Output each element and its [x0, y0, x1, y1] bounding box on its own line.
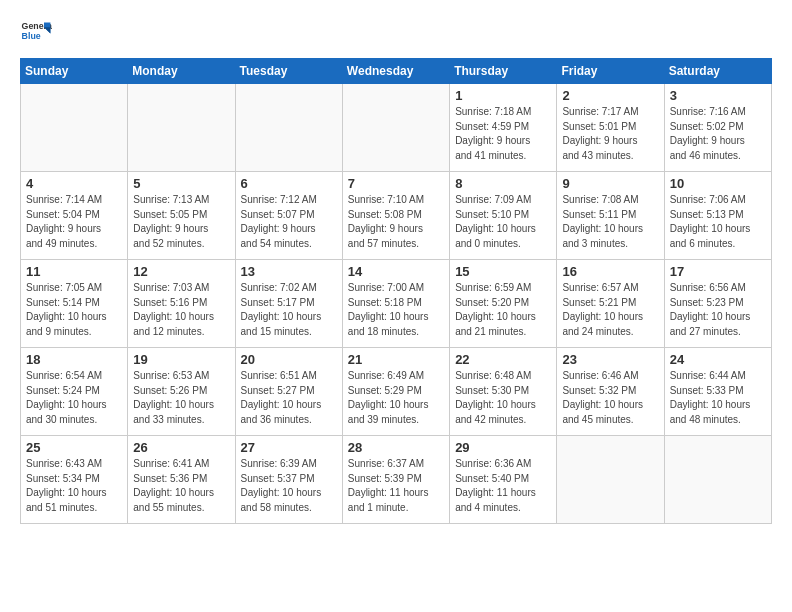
weekday-header-wednesday: Wednesday [342, 59, 449, 84]
day-number: 4 [26, 176, 122, 191]
day-info: Sunrise: 6:51 AM Sunset: 5:27 PM Dayligh… [241, 369, 337, 427]
calendar-cell: 13Sunrise: 7:02 AM Sunset: 5:17 PM Dayli… [235, 260, 342, 348]
day-number: 19 [133, 352, 229, 367]
day-number: 20 [241, 352, 337, 367]
weekday-header-tuesday: Tuesday [235, 59, 342, 84]
calendar-cell: 21Sunrise: 6:49 AM Sunset: 5:29 PM Dayli… [342, 348, 449, 436]
calendar-cell: 29Sunrise: 6:36 AM Sunset: 5:40 PM Dayli… [450, 436, 557, 524]
day-info: Sunrise: 6:48 AM Sunset: 5:30 PM Dayligh… [455, 369, 551, 427]
day-info: Sunrise: 6:54 AM Sunset: 5:24 PM Dayligh… [26, 369, 122, 427]
calendar-cell: 18Sunrise: 6:54 AM Sunset: 5:24 PM Dayli… [21, 348, 128, 436]
day-number: 10 [670, 176, 766, 191]
calendar-cell [128, 84, 235, 172]
calendar-cell [557, 436, 664, 524]
day-number: 2 [562, 88, 658, 103]
calendar-cell: 15Sunrise: 6:59 AM Sunset: 5:20 PM Dayli… [450, 260, 557, 348]
logo-icon: General Blue [20, 16, 52, 48]
calendar-cell: 27Sunrise: 6:39 AM Sunset: 5:37 PM Dayli… [235, 436, 342, 524]
day-info: Sunrise: 7:05 AM Sunset: 5:14 PM Dayligh… [26, 281, 122, 339]
day-info: Sunrise: 7:08 AM Sunset: 5:11 PM Dayligh… [562, 193, 658, 251]
svg-text:Blue: Blue [22, 31, 41, 41]
day-info: Sunrise: 7:10 AM Sunset: 5:08 PM Dayligh… [348, 193, 444, 251]
day-info: Sunrise: 6:36 AM Sunset: 5:40 PM Dayligh… [455, 457, 551, 515]
day-number: 25 [26, 440, 122, 455]
day-number: 21 [348, 352, 444, 367]
calendar-cell [21, 84, 128, 172]
day-number: 29 [455, 440, 551, 455]
calendar-week-1: 1Sunrise: 7:18 AM Sunset: 4:59 PM Daylig… [21, 84, 772, 172]
calendar-cell: 17Sunrise: 6:56 AM Sunset: 5:23 PM Dayli… [664, 260, 771, 348]
day-info: Sunrise: 6:39 AM Sunset: 5:37 PM Dayligh… [241, 457, 337, 515]
day-number: 24 [670, 352, 766, 367]
calendar-cell: 16Sunrise: 6:57 AM Sunset: 5:21 PM Dayli… [557, 260, 664, 348]
day-info: Sunrise: 7:02 AM Sunset: 5:17 PM Dayligh… [241, 281, 337, 339]
calendar-week-4: 18Sunrise: 6:54 AM Sunset: 5:24 PM Dayli… [21, 348, 772, 436]
day-info: Sunrise: 7:00 AM Sunset: 5:18 PM Dayligh… [348, 281, 444, 339]
calendar-cell: 11Sunrise: 7:05 AM Sunset: 5:14 PM Dayli… [21, 260, 128, 348]
day-info: Sunrise: 6:41 AM Sunset: 5:36 PM Dayligh… [133, 457, 229, 515]
day-number: 18 [26, 352, 122, 367]
calendar-cell: 1Sunrise: 7:18 AM Sunset: 4:59 PM Daylig… [450, 84, 557, 172]
calendar-cell: 22Sunrise: 6:48 AM Sunset: 5:30 PM Dayli… [450, 348, 557, 436]
day-info: Sunrise: 6:59 AM Sunset: 5:20 PM Dayligh… [455, 281, 551, 339]
day-number: 22 [455, 352, 551, 367]
day-number: 14 [348, 264, 444, 279]
calendar-cell [664, 436, 771, 524]
calendar-week-5: 25Sunrise: 6:43 AM Sunset: 5:34 PM Dayli… [21, 436, 772, 524]
day-info: Sunrise: 6:44 AM Sunset: 5:33 PM Dayligh… [670, 369, 766, 427]
calendar-cell: 20Sunrise: 6:51 AM Sunset: 5:27 PM Dayli… [235, 348, 342, 436]
calendar-cell: 9Sunrise: 7:08 AM Sunset: 5:11 PM Daylig… [557, 172, 664, 260]
day-info: Sunrise: 7:18 AM Sunset: 4:59 PM Dayligh… [455, 105, 551, 163]
day-info: Sunrise: 7:09 AM Sunset: 5:10 PM Dayligh… [455, 193, 551, 251]
day-info: Sunrise: 6:49 AM Sunset: 5:29 PM Dayligh… [348, 369, 444, 427]
weekday-header-row: SundayMondayTuesdayWednesdayThursdayFrid… [21, 59, 772, 84]
day-number: 6 [241, 176, 337, 191]
day-info: Sunrise: 6:57 AM Sunset: 5:21 PM Dayligh… [562, 281, 658, 339]
calendar: SundayMondayTuesdayWednesdayThursdayFrid… [20, 58, 772, 524]
calendar-cell: 19Sunrise: 6:53 AM Sunset: 5:26 PM Dayli… [128, 348, 235, 436]
day-number: 27 [241, 440, 337, 455]
day-info: Sunrise: 7:03 AM Sunset: 5:16 PM Dayligh… [133, 281, 229, 339]
day-number: 9 [562, 176, 658, 191]
day-info: Sunrise: 7:17 AM Sunset: 5:01 PM Dayligh… [562, 105, 658, 163]
weekday-header-friday: Friday [557, 59, 664, 84]
calendar-cell: 6Sunrise: 7:12 AM Sunset: 5:07 PM Daylig… [235, 172, 342, 260]
page: General Blue SundayMondayTuesdayWednesda… [0, 0, 792, 534]
calendar-cell: 10Sunrise: 7:06 AM Sunset: 5:13 PM Dayli… [664, 172, 771, 260]
calendar-week-2: 4Sunrise: 7:14 AM Sunset: 5:04 PM Daylig… [21, 172, 772, 260]
day-number: 11 [26, 264, 122, 279]
day-number: 3 [670, 88, 766, 103]
weekday-header-thursday: Thursday [450, 59, 557, 84]
weekday-header-saturday: Saturday [664, 59, 771, 84]
day-number: 26 [133, 440, 229, 455]
day-number: 28 [348, 440, 444, 455]
calendar-cell: 25Sunrise: 6:43 AM Sunset: 5:34 PM Dayli… [21, 436, 128, 524]
day-number: 16 [562, 264, 658, 279]
day-number: 1 [455, 88, 551, 103]
day-info: Sunrise: 7:14 AM Sunset: 5:04 PM Dayligh… [26, 193, 122, 251]
weekday-header-sunday: Sunday [21, 59, 128, 84]
day-info: Sunrise: 6:53 AM Sunset: 5:26 PM Dayligh… [133, 369, 229, 427]
calendar-cell: 14Sunrise: 7:00 AM Sunset: 5:18 PM Dayli… [342, 260, 449, 348]
day-info: Sunrise: 7:13 AM Sunset: 5:05 PM Dayligh… [133, 193, 229, 251]
day-info: Sunrise: 6:56 AM Sunset: 5:23 PM Dayligh… [670, 281, 766, 339]
calendar-cell: 4Sunrise: 7:14 AM Sunset: 5:04 PM Daylig… [21, 172, 128, 260]
calendar-cell: 5Sunrise: 7:13 AM Sunset: 5:05 PM Daylig… [128, 172, 235, 260]
calendar-cell: 28Sunrise: 6:37 AM Sunset: 5:39 PM Dayli… [342, 436, 449, 524]
day-number: 13 [241, 264, 337, 279]
weekday-header-monday: Monday [128, 59, 235, 84]
calendar-week-3: 11Sunrise: 7:05 AM Sunset: 5:14 PM Dayli… [21, 260, 772, 348]
logo: General Blue [20, 16, 56, 48]
calendar-cell: 3Sunrise: 7:16 AM Sunset: 5:02 PM Daylig… [664, 84, 771, 172]
day-number: 15 [455, 264, 551, 279]
calendar-cell: 12Sunrise: 7:03 AM Sunset: 5:16 PM Dayli… [128, 260, 235, 348]
day-number: 12 [133, 264, 229, 279]
calendar-cell [342, 84, 449, 172]
day-number: 5 [133, 176, 229, 191]
calendar-cell: 8Sunrise: 7:09 AM Sunset: 5:10 PM Daylig… [450, 172, 557, 260]
header: General Blue [20, 16, 772, 48]
day-number: 23 [562, 352, 658, 367]
day-info: Sunrise: 7:06 AM Sunset: 5:13 PM Dayligh… [670, 193, 766, 251]
day-number: 7 [348, 176, 444, 191]
day-info: Sunrise: 7:16 AM Sunset: 5:02 PM Dayligh… [670, 105, 766, 163]
